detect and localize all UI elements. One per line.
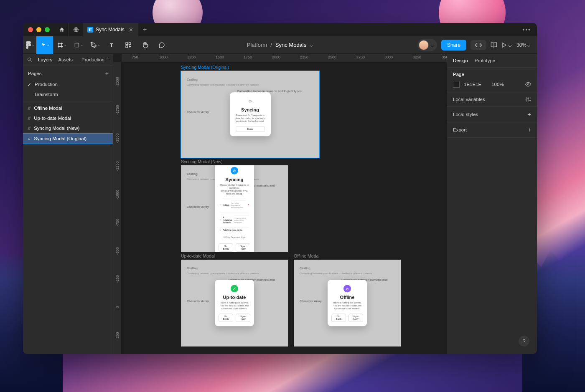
present-button[interactable]: ⌵ [501,41,512,49]
file-name[interactable]: Sync Modals [275,42,306,48]
left-panel: Layers Assets Production ⌃ Pages + ✓ Pro… [23,54,113,354]
layer-item[interactable]: # Syncing Modal (New) [23,123,113,133]
frame-label[interactable]: Offline Modal [294,253,401,258]
svg-rect-2 [75,43,79,47]
page-section-header: Page [453,72,531,77]
done-button[interactable]: Done [236,126,265,132]
library-button[interactable] [491,42,497,48]
zoom-menu[interactable]: 30% ⌵ [516,42,530,48]
modal-body: There is nothing left to sync. You are f… [328,301,367,310]
modal-body: Please wait for 5 requests or close this… [230,114,271,123]
frame-icon: # [28,126,31,131]
frame-syncing-new[interactable]: CastingConverting between types to make … [181,165,288,252]
search-icon [27,57,32,62]
svg-point-6 [28,58,31,61]
add-style-button[interactable]: + [528,111,531,118]
minimize-window-button[interactable] [36,27,41,32]
user-menu[interactable]: ⌵ [417,39,437,51]
list-item: ○A recursive functionI respond only in i… [220,212,249,227]
assets-tab[interactable]: Assets [58,57,73,62]
frame-syncing-original[interactable]: CastingConverting between types to make … [181,71,319,158]
shape-tool[interactable]: ⌵ [70,36,86,54]
comment-icon [158,42,165,48]
community-button[interactable] [69,23,83,36]
sync-now-button[interactable]: Sync Now [348,314,363,322]
window-controls [23,27,55,32]
project-name[interactable]: Platform [247,42,267,48]
comment-tool[interactable] [153,36,170,54]
chevron-down-icon: ⌵ [508,41,512,49]
modal-title: Up-to-date [215,295,254,300]
move-tool[interactable]: ⌵ [36,36,53,54]
close-window-button[interactable] [28,27,33,32]
visibility-toggle[interactable] [525,81,531,87]
modal-offline: ⌀ Offline There is nothing left to sync.… [328,280,367,326]
new-tab-button[interactable]: + [138,26,152,33]
play-icon [501,42,507,48]
close-tab-button[interactable]: ✕ [127,27,134,33]
frame-label[interactable]: Syncing Modal (Original) [181,65,319,70]
add-page-button[interactable]: + [105,70,109,77]
go-back-button[interactable]: Go Back [219,314,233,322]
frame-up-to-date[interactable]: CastingConverting between types to make … [181,260,288,346]
sliders-icon [525,96,531,102]
frame-label[interactable]: Syncing Modal (New) [181,159,288,164]
chevron-down-icon: ⌵ [430,41,435,49]
file-tab[interactable]: ◧ Sync Modals ✕ [83,23,138,36]
maximize-window-button[interactable] [45,27,50,32]
modal-syncing: ⟳ Syncing Please wait for 5 requests or … [230,92,271,136]
page-item[interactable]: Brainstorm [23,89,113,99]
help-button[interactable]: ? [519,336,529,346]
layer-item[interactable]: # Offline Modal [23,103,113,113]
design-tab[interactable]: Design [453,58,468,63]
file-chevron-icon[interactable]: ⌵ [310,42,313,48]
frame-offline[interactable]: CastingConverting between types to make … [294,260,401,346]
sync-now-button[interactable]: Sync Now [236,314,250,322]
background-color-swatch[interactable] [453,81,460,88]
local-variables-header: Local variables [453,97,485,102]
pen-tool[interactable]: ⌵ [86,36,103,54]
background-color-value[interactable]: 1E1E1E [464,82,481,87]
dev-mode-button[interactable] [471,40,486,50]
resources-tool[interactable] [120,36,137,54]
pages-header: Pages [28,71,42,76]
right-panel: Design Prototype Page 1E1E1E 100% Local … [447,54,537,354]
modal-body: There is nothing left to sync. You are f… [215,301,254,310]
canvas-content[interactable]: Syncing Modal (Original) CastingConverti… [122,62,447,354]
share-button[interactable]: Share [441,40,466,51]
cursor-icon [41,42,46,48]
canvas[interactable]: 750 1000 1250 1500 1750 2000 2250 2500 2… [113,54,447,354]
more-menu-button[interactable]: ••• [516,26,537,33]
search-button[interactable] [27,57,32,62]
layer-item[interactable]: # Up-to-date Modal [23,113,113,123]
layer-item-selected[interactable]: # Syncing Modal (Original) [23,133,113,144]
frame-label[interactable]: Up-to-date Modal [181,253,288,258]
check-icon: ✓ [27,82,31,88]
svg-point-1 [28,44,31,46]
layers-tab[interactable]: Layers [38,57,53,62]
figma-logo-icon [25,41,31,49]
main-menu-button[interactable]: ⌵ [23,36,36,54]
svg-rect-4 [129,43,131,45]
copy-logs-link[interactable]: ⎘ Copy Developer Logs [215,234,254,240]
go-back-button[interactable]: Go Back [331,314,346,322]
page-item[interactable]: ✓ Production [23,79,113,89]
go-back-button[interactable]: Go Back [219,243,233,251]
hand-tool[interactable] [137,36,153,54]
page-selector[interactable]: Production ⌃ [81,57,109,62]
variables-settings-button[interactable] [525,96,531,102]
frame-tool[interactable]: ⌵ [53,36,70,54]
background-opacity-value[interactable]: 100% [491,82,504,87]
app-window: ◧ Sync Modals ✕ + ••• ⌵ ⌵ ⌵ ⌵ ⌵ [23,23,537,354]
export-header: Export [453,127,467,132]
text-tool[interactable] [103,36,120,54]
pen-icon [90,42,97,48]
add-export-button[interactable]: + [528,126,531,133]
hand-icon [142,42,148,48]
prototype-tab[interactable]: Prototype [475,58,495,63]
tab-title: Sync Modals [96,27,125,33]
home-button[interactable] [55,23,69,36]
home-icon [59,27,65,33]
svg-point-7 [527,83,529,85]
sync-now-button[interactable]: Sync Now [236,243,250,251]
